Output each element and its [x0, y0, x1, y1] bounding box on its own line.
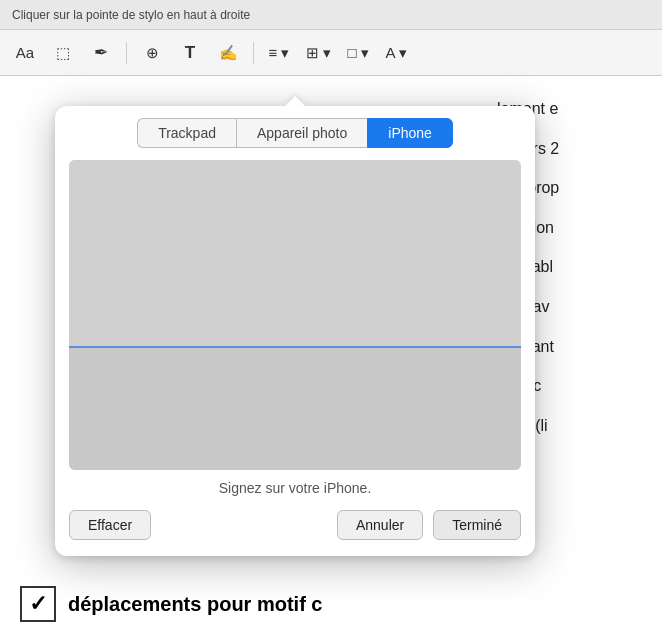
- layout-button[interactable]: ≡ ▾: [264, 38, 294, 68]
- font2-button[interactable]: A ▾: [381, 38, 411, 68]
- hint-bar: Cliquer sur la pointe de stylo en haut à…: [0, 0, 662, 30]
- style-button[interactable]: □ ▾: [343, 38, 373, 68]
- tab-trackpad[interactable]: Trackpad: [137, 118, 236, 148]
- checkbox-row: ✓ déplacements pour motif c: [20, 586, 323, 622]
- sig-area-bottom: [69, 346, 521, 470]
- signature-instruction: Signez sur votre iPhone.: [69, 480, 521, 496]
- frame-button[interactable]: ⬚: [48, 38, 78, 68]
- signature-popup: Trackpad Appareil photo iPhone Signez su…: [55, 106, 535, 556]
- clear-button[interactable]: Effacer: [69, 510, 151, 540]
- separator-2: [253, 42, 254, 64]
- checkbox-text: déplacements pour motif c: [68, 593, 323, 616]
- text-button[interactable]: T: [175, 38, 205, 68]
- button-row: Effacer Annuler Terminé: [69, 510, 521, 540]
- sign-button[interactable]: ✍: [213, 38, 243, 68]
- tab-row: Trackpad Appareil photo iPhone: [69, 118, 521, 148]
- tab-iphone[interactable]: iPhone: [367, 118, 453, 148]
- cancel-button[interactable]: Annuler: [337, 510, 423, 540]
- sig-area-top: [69, 160, 521, 346]
- pen-button[interactable]: ✒: [86, 38, 116, 68]
- checkbox: ✓: [20, 586, 56, 622]
- done-button[interactable]: Terminé: [433, 510, 521, 540]
- view-button[interactable]: ⊞ ▾: [302, 38, 335, 68]
- action-buttons: Annuler Terminé: [337, 510, 521, 540]
- hint-text: Cliquer sur la pointe de stylo en haut à…: [12, 8, 250, 22]
- toolbar: Aa ⬚ ✒ ⊕ T ✍ ≡ ▾ ⊞ ▾ □ ▾ A ▾: [0, 30, 662, 76]
- signature-canvas[interactable]: [69, 160, 521, 470]
- font-button[interactable]: Aa: [10, 38, 40, 68]
- insert-button[interactable]: ⊕: [137, 38, 167, 68]
- signature-baseline: [69, 346, 521, 348]
- separator-1: [126, 42, 127, 64]
- tab-camera[interactable]: Appareil photo: [236, 118, 367, 148]
